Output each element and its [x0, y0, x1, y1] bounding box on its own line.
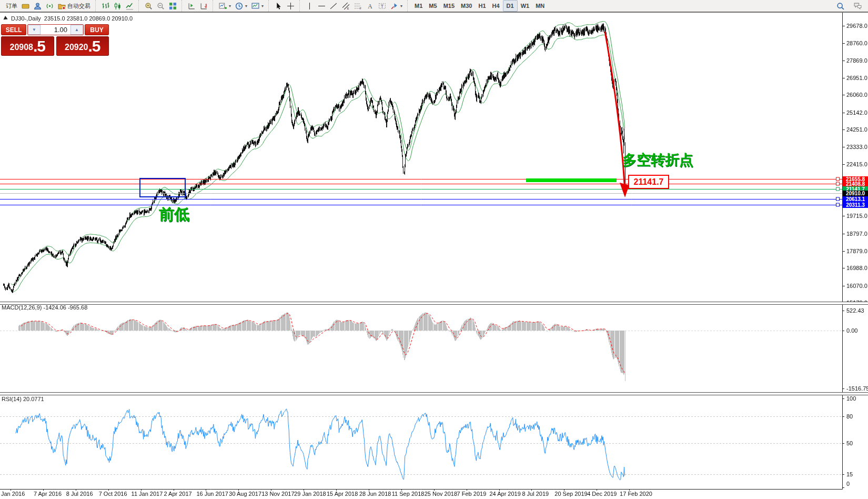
- tile-windows-icon: [169, 2, 177, 10]
- autotrading-icon: [58, 2, 66, 10]
- rsi-panel-splitter[interactable]: [0, 392, 868, 395]
- level-price-label-object[interactable]: 21141.7: [628, 175, 669, 189]
- gold-icon: [22, 2, 29, 10]
- zoom-out-button[interactable]: [155, 1, 167, 11]
- macd-scale-label: 0.00: [846, 327, 857, 334]
- date-tick-label: 24 Apr 2019: [490, 491, 521, 497]
- previous-low-text-object[interactable]: 前低: [159, 204, 189, 225]
- chart-ohlc-values: 23515.0 23581.0 20869.0 20910.0: [44, 15, 133, 22]
- volume-increase-button[interactable]: ▲: [70, 25, 83, 35]
- autotrading-button[interactable]: 自动交易: [56, 1, 93, 11]
- buy-button[interactable]: BUY: [85, 24, 109, 35]
- price-tick-label: 16070.0: [846, 283, 867, 289]
- text-icon: A: [366, 2, 374, 10]
- arrows-icon: [390, 2, 398, 10]
- hline-button[interactable]: [316, 1, 328, 11]
- periods-button[interactable]: ▾: [233, 1, 249, 11]
- level-price-box: 20613.1: [843, 196, 868, 202]
- indicators-button[interactable]: ▾: [217, 1, 233, 11]
- date-tick-label: 11 Jan 2017: [132, 491, 163, 497]
- svg-text:T: T: [381, 3, 384, 8]
- new-order-button[interactable]: 订单: [4, 1, 19, 11]
- channel-button[interactable]: E: [340, 1, 352, 11]
- hline-icon: [318, 2, 326, 10]
- tf-m30-button[interactable]: M30: [458, 1, 475, 11]
- arrows-dropdown-icon[interactable]: ▾: [400, 4, 402, 8]
- periods-icon: [235, 2, 243, 10]
- cursor-button[interactable]: [272, 1, 285, 11]
- tf-h1-button[interactable]: H1: [475, 1, 489, 11]
- fibonacci-button[interactable]: F: [352, 1, 364, 11]
- autotrading-label: 自动交易: [67, 2, 90, 10]
- price-tick-label: 27869.0: [846, 57, 867, 64]
- price-tick-label: 17879.0: [846, 248, 867, 254]
- toolbar-group-chart-type: [95, 0, 138, 12]
- bars-button[interactable]: [99, 1, 112, 11]
- price-tick-label: 25142.0: [846, 109, 867, 116]
- svg-text:F: F: [360, 6, 362, 9]
- tf-w1-label: W1: [521, 3, 530, 9]
- price-chart-canvas[interactable]: [0, 0, 868, 499]
- tf-m1-button[interactable]: M1: [411, 1, 426, 11]
- toolbar-group-insert: ▾▾▾: [213, 0, 268, 12]
- tf-d1-label: D1: [507, 3, 514, 9]
- buy-price-display[interactable]: 20920 .5: [56, 36, 109, 56]
- consolidation-rectangle-object[interactable]: [139, 178, 186, 197]
- macd-panel-splitter[interactable]: [0, 302, 868, 305]
- search-button[interactable]: [834, 1, 846, 11]
- volume-decrease-button[interactable]: ▼: [28, 25, 41, 35]
- level-price-box: 20311.3: [843, 202, 868, 208]
- rsi-scale-label: 15: [846, 471, 853, 477]
- templates-dropdown-icon[interactable]: ▾: [261, 4, 264, 8]
- signal-button[interactable]: [44, 1, 56, 11]
- line-chart-button[interactable]: [124, 1, 136, 11]
- tf-m5-button[interactable]: M5: [426, 1, 440, 11]
- crosshair-button[interactable]: [285, 1, 297, 11]
- label-button[interactable]: T: [376, 1, 388, 11]
- chart-shift-button[interactable]: [186, 1, 198, 11]
- crosshair-icon: [287, 2, 295, 10]
- price-tick-label: 28760.0: [846, 40, 867, 46]
- price-tick-label: 22415.0: [846, 161, 867, 167]
- chat-button[interactable]: [852, 1, 864, 11]
- one-click-trade-panel: SELL ▼ 1.00 ▲ BUY 20908 .5 20920 .5: [1, 24, 109, 56]
- auto-scroll-button[interactable]: [198, 1, 210, 11]
- turning-point-text-object[interactable]: 多空转折点: [622, 151, 693, 169]
- tf-d1-button[interactable]: D1: [503, 0, 518, 12]
- buy-price-dec: .5: [88, 38, 100, 54]
- gold-button[interactable]: [19, 1, 32, 11]
- indicators-icon: [219, 2, 227, 10]
- sell-price-display[interactable]: 20908 .5: [1, 36, 54, 56]
- buy-price-int: 20920: [65, 41, 88, 54]
- price-tick-label: 24251.0: [846, 126, 867, 133]
- zoom-in-button[interactable]: [143, 1, 155, 11]
- tf-w1-button[interactable]: W1: [518, 1, 533, 11]
- candles-button[interactable]: [112, 1, 124, 11]
- cursor-icon: [275, 2, 282, 10]
- zoom-out-icon: [157, 2, 165, 10]
- arrows-button[interactable]: ▾: [388, 1, 405, 11]
- tf-h4-button[interactable]: H4: [489, 1, 503, 11]
- date-tick-label: 2 Apr 2017: [164, 491, 192, 497]
- volume-value[interactable]: 1.00: [41, 25, 70, 35]
- tf-mn-button[interactable]: MN: [532, 1, 548, 11]
- templates-button[interactable]: ▾: [249, 1, 266, 11]
- periods-dropdown-icon[interactable]: ▾: [245, 4, 247, 8]
- tile-windows-button[interactable]: [167, 1, 179, 11]
- trendline-button[interactable]: [328, 1, 340, 11]
- fibonacci-icon: F: [354, 2, 362, 10]
- rsi-scale-label: 100: [846, 395, 856, 402]
- tf-m15-button[interactable]: M15: [440, 1, 458, 11]
- date-tick-label: 7 Apr 2016: [34, 491, 62, 497]
- price-tick-label: 19715.0: [846, 213, 867, 219]
- chart-shift-icon: [188, 2, 196, 10]
- current-price-box: 20910.0: [843, 191, 868, 196]
- indicators-dropdown-icon[interactable]: ▾: [229, 4, 231, 8]
- symbol-marker-icon: [4, 16, 9, 21]
- vline-button[interactable]: [304, 1, 316, 11]
- text-button[interactable]: A: [364, 1, 376, 11]
- sell-button[interactable]: SELL: [1, 24, 26, 35]
- account-button[interactable]: [32, 1, 44, 11]
- toolbar-right-group: [834, 1, 868, 11]
- support-thick-line-object[interactable]: [526, 178, 617, 182]
